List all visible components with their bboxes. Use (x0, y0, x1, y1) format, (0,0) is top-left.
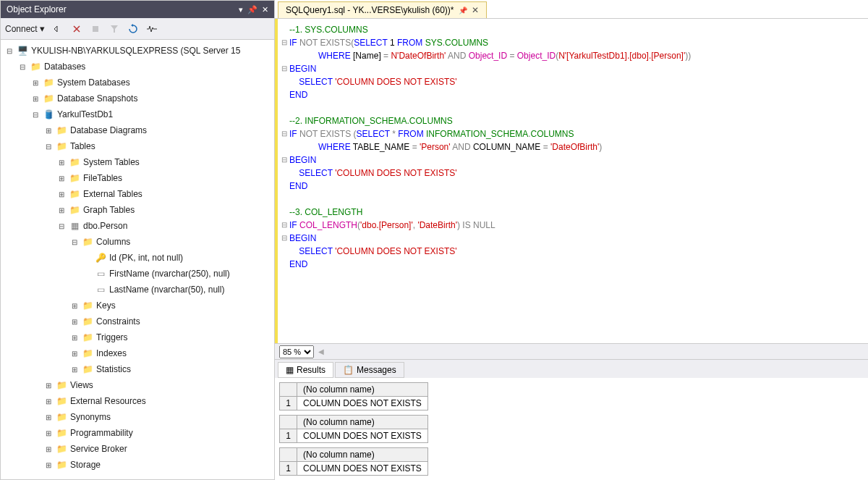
close-tab-icon[interactable]: ✕ (472, 5, 479, 15)
activity-icon[interactable] (146, 23, 158, 35)
tree-col-firstname[interactable]: ▭FirstName (nvarchar(250), null) (1, 266, 274, 282)
grid-icon: ▦ (286, 365, 294, 375)
pin-icon[interactable]: 📌 (247, 5, 258, 14)
panel-title: Object Explorer (7, 4, 67, 14)
filter-icon[interactable] (109, 23, 120, 35)
svg-rect-0 (93, 26, 98, 32)
tree-statistics[interactable]: ⊞📁Statistics (1, 361, 274, 377)
stop-icon[interactable] (90, 23, 101, 35)
tree-dbo-person[interactable]: ⊟▦dbo.Person (1, 218, 274, 234)
tree-programmability[interactable]: ⊞📁Programmability (1, 425, 274, 441)
scroll-left-icon[interactable]: ◀ (318, 348, 324, 355)
tab-sqlquery1[interactable]: SQLQuery1.sql - YK...VERSE\ykulish (60))… (278, 1, 487, 18)
tabbar: SQLQuery1.sql - YK...VERSE\ykulish (60))… (275, 0, 868, 19)
pin-icon[interactable]: 📌 (459, 7, 467, 14)
tree-database-diagrams[interactable]: ⊞📁Database Diagrams (1, 122, 274, 138)
disconnect-all-icon[interactable] (71, 23, 82, 35)
tree-indexes[interactable]: ⊞📁Indexes (1, 345, 274, 361)
tree-columns[interactable]: ⊟📁Columns (1, 234, 274, 250)
tree-tables[interactable]: ⊟📁Tables (1, 138, 274, 154)
explorer-toolbar: Connect ▾ (1, 18, 274, 40)
tree-databases[interactable]: ⊟📁Databases (1, 59, 274, 75)
tree-system-tables[interactable]: ⊞📁System Tables (1, 154, 274, 170)
refresh-icon[interactable] (127, 23, 139, 35)
tree-database-snapshots[interactable]: ⊞📁Database Snapshots (1, 90, 274, 106)
tree-col-lastname[interactable]: ▭LastName (nvarchar(50), null) (1, 282, 274, 298)
zoom-select[interactable]: 85 % (279, 345, 314, 358)
object-explorer-panel: Object Explorer ▾ 📌 ✕ Connect ▾ ⊟🖥️YKULI… (0, 0, 275, 480)
dropdown-icon[interactable]: ▾ (239, 5, 243, 14)
tree-service-broker[interactable]: ⊞📁Service Broker (1, 441, 274, 457)
messages-icon: 📋 (343, 365, 354, 375)
tree-yarkultestdb1[interactable]: ⊟🛢️YarkulTestDb1 (1, 106, 274, 122)
result-grid-2[interactable]: (No column name) 1COLUMN DOES NOT EXISTS (279, 415, 864, 443)
tree-system-databases[interactable]: ⊞📁System Databases (1, 75, 274, 90)
close-icon[interactable]: ✕ (262, 5, 268, 14)
results-tabbar: ▦Results 📋Messages (275, 359, 868, 378)
tree-server[interactable]: ⊟🖥️YKULISH-NB\YARKULSQLEXPRESS (SQL Serv… (1, 43, 274, 59)
tab-results[interactable]: ▦Results (278, 362, 333, 378)
tree-synonyms[interactable]: ⊞📁Synonyms (1, 409, 274, 425)
disconnect-icon[interactable] (52, 23, 64, 35)
tree-external-resources[interactable]: ⊞📁External Resources (1, 393, 274, 409)
zoom-bar: 85 % ◀ (275, 343, 868, 359)
sql-editor[interactable]: --1. SYS.COLUMNS ⊟IF NOT EXISTS(SELECT 1… (275, 19, 868, 343)
result-grid-3[interactable]: (No column name) 1COLUMN DOES NOT EXISTS (279, 447, 864, 476)
tab-messages[interactable]: 📋Messages (335, 362, 404, 378)
tree-external-tables[interactable]: ⊞📁External Tables (1, 186, 274, 202)
connect-button[interactable]: Connect ▾ (5, 23, 45, 34)
result-grid-1[interactable]: (No column name) 1COLUMN DOES NOT EXISTS (279, 382, 864, 410)
object-explorer-header: Object Explorer ▾ 📌 ✕ (1, 1, 274, 18)
editor-area: SQLQuery1.sql - YK...VERSE\ykulish (60))… (275, 0, 868, 480)
tree-graph-tables[interactable]: ⊞📁Graph Tables (1, 202, 274, 218)
tree-filetables[interactable]: ⊞📁FileTables (1, 170, 274, 186)
tree-triggers[interactable]: ⊞📁Triggers (1, 329, 274, 345)
tree-col-id[interactable]: 🔑Id (PK, int, not null) (1, 250, 274, 266)
object-tree[interactable]: ⊟🖥️YKULISH-NB\YARKULSQLEXPRESS (SQL Serv… (1, 40, 274, 479)
tree-keys[interactable]: ⊞📁Keys (1, 298, 274, 313)
tree-storage[interactable]: ⊞📁Storage (1, 457, 274, 473)
tab-title: SQLQuery1.sql - YK...VERSE\ykulish (60))… (286, 5, 454, 15)
tree-views[interactable]: ⊞📁Views (1, 377, 274, 393)
results-body: (No column name) 1COLUMN DOES NOT EXISTS… (275, 378, 868, 480)
tree-constraints[interactable]: ⊞📁Constraints (1, 313, 274, 329)
